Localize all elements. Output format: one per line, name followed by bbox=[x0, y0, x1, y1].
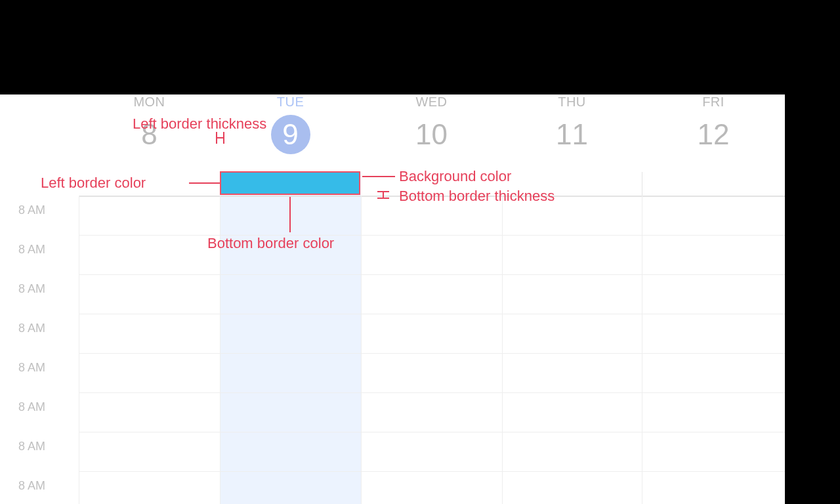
stage: MON 8 TUE 9 WED 10 THU 11 FRI 12 bbox=[0, 0, 840, 504]
day-headers: MON 8 TUE 9 WED 10 THU 11 FRI 12 bbox=[0, 94, 785, 167]
day-number: 9 bbox=[271, 115, 310, 154]
allday-separator bbox=[642, 172, 642, 196]
dow-label: TUE bbox=[220, 94, 361, 110]
day-header-thu[interactable]: THU 11 bbox=[502, 94, 642, 167]
anno-left-border-thickness: Left border thickness bbox=[133, 116, 266, 133]
col-line bbox=[502, 196, 503, 504]
hour-row[interactable] bbox=[79, 235, 785, 274]
anno-background-color: Background color bbox=[399, 168, 511, 185]
time-label: 8 AM bbox=[0, 479, 66, 493]
event-block-inner bbox=[221, 173, 359, 194]
event-block[interactable] bbox=[220, 171, 360, 195]
allday-cell-fri[interactable] bbox=[642, 172, 785, 196]
time-label: 8 AM bbox=[0, 400, 66, 414]
time-label: 8 AM bbox=[0, 322, 66, 335]
time-label: 8 AM bbox=[0, 203, 66, 217]
day-header-wed[interactable]: WED 10 bbox=[361, 94, 502, 167]
anno-left-border-color: Left border color bbox=[41, 175, 146, 192]
time-label: 8 AM bbox=[0, 440, 66, 453]
day-number: 11 bbox=[553, 115, 592, 154]
hour-row[interactable] bbox=[79, 274, 785, 314]
dow-label: MON bbox=[79, 94, 220, 110]
time-label: 8 AM bbox=[0, 243, 66, 257]
hour-row[interactable] bbox=[79, 392, 785, 432]
anno-bottom-border-thickness: Bottom border thickness bbox=[399, 188, 555, 205]
dow-label: THU bbox=[502, 94, 642, 110]
day-number: 10 bbox=[412, 115, 452, 154]
anno-line bbox=[216, 137, 224, 138]
hour-row[interactable] bbox=[79, 471, 785, 504]
time-label: 8 AM bbox=[0, 282, 66, 296]
hour-row[interactable] bbox=[79, 432, 785, 471]
day-header-fri[interactable]: FRI 12 bbox=[642, 94, 785, 167]
calendar-panel: MON 8 TUE 9 WED 10 THU 11 FRI 12 bbox=[0, 94, 785, 504]
anno-bottom-border-color: Bottom border color bbox=[207, 235, 334, 252]
anno-line bbox=[383, 191, 384, 199]
col-line bbox=[642, 196, 642, 504]
dow-label: FRI bbox=[642, 94, 785, 110]
col-line bbox=[79, 196, 79, 504]
hour-row[interactable] bbox=[79, 314, 785, 353]
anno-line bbox=[189, 182, 220, 184]
anno-line bbox=[289, 197, 291, 232]
time-label: 8 AM bbox=[0, 361, 66, 375]
col-line bbox=[361, 196, 362, 504]
day-number: 12 bbox=[694, 115, 733, 154]
hour-row[interactable] bbox=[79, 353, 785, 392]
dow-label: WED bbox=[361, 94, 502, 110]
anno-line bbox=[362, 176, 395, 177]
